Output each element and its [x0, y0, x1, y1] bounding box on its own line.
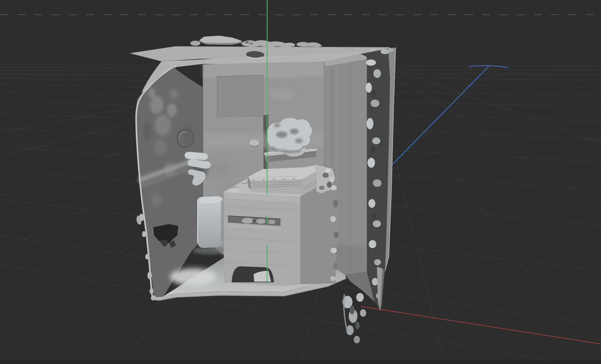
debris-dot	[339, 47, 344, 50]
wall-cabinet-left-rim	[198, 202, 198, 243]
debris-dot	[363, 48, 367, 51]
left-wall-dark-patch	[183, 122, 192, 147]
groove-lump	[268, 220, 275, 224]
groove-gap	[265, 220, 268, 223]
back-wall-mottle	[269, 89, 294, 99]
cabinet-ground-shadow	[193, 247, 225, 254]
left-wall-mottle	[155, 115, 171, 136]
rim-drip	[142, 231, 146, 237]
viewport-canvas	[0, 0, 601, 364]
red-axis-line	[361, 306, 601, 344]
mess-dark	[322, 173, 329, 178]
debris-pit	[245, 41, 249, 44]
groove-gap	[252, 219, 256, 223]
bottom-blob	[356, 293, 364, 302]
desk-edge-noise	[333, 263, 338, 269]
towel-shadow	[290, 129, 299, 134]
towel-shadow	[276, 131, 287, 138]
groove-lump	[242, 218, 254, 223]
mess-dark	[319, 186, 325, 190]
debris-plate-top	[199, 36, 242, 43]
left-wall-mottle	[148, 88, 155, 98]
crevice-blob	[371, 100, 379, 107]
debris-pit	[250, 43, 253, 44]
room-scan-mesh[interactable]	[130, 36, 396, 343]
crevice-blob	[373, 69, 381, 78]
grid-line	[377, 64, 601, 361]
debris-dot	[345, 48, 351, 51]
back-wall-window	[217, 75, 264, 118]
left-wall-mottle	[150, 95, 163, 114]
wall-cabinet-body	[197, 196, 223, 248]
axis-lines-behind-mesh	[361, 66, 601, 344]
crevice-blob	[368, 199, 375, 208]
desk-right-side	[300, 179, 337, 284]
desk-edge-noise	[330, 276, 336, 281]
rim-drip	[147, 272, 152, 279]
desk-edge-noise	[334, 232, 339, 238]
crevice-blob	[372, 278, 378, 285]
wall-cabinet-right-shade	[221, 200, 223, 244]
mess-light	[325, 169, 331, 172]
crevice-blob	[374, 259, 381, 265]
corner-blob	[388, 48, 394, 52]
left-wall-mottle	[152, 194, 162, 207]
desk-edge-noise	[333, 200, 338, 207]
crevice-blob	[367, 118, 373, 129]
desk-edge-noise	[330, 216, 336, 222]
bottom-blob	[354, 336, 360, 343]
crevice-blob	[369, 240, 376, 248]
towel-shadow	[274, 123, 280, 127]
debris-right-lumps	[296, 42, 322, 47]
mess-dark	[327, 182, 332, 188]
groove-lump	[256, 219, 266, 224]
rim-drip	[150, 288, 153, 294]
crevice-gap	[372, 213, 376, 219]
egg-blob	[249, 140, 259, 146]
crevice-blob	[373, 220, 381, 227]
towel-shadow	[295, 138, 303, 143]
crevice-blob	[366, 59, 376, 66]
left-wall-mottle	[170, 90, 178, 98]
crevice-blob	[366, 83, 372, 93]
3d-viewport[interactable]	[0, 0, 601, 364]
crevice-blob	[372, 137, 380, 144]
grid-line	[379, 64, 601, 361]
bottom-blob-shadow	[355, 322, 360, 329]
left-wall-mottle	[167, 103, 177, 117]
debris-bump	[190, 41, 200, 46]
floor-bright-patch	[170, 268, 217, 286]
mess-light	[330, 177, 334, 182]
left-wall-dark-patch	[144, 122, 150, 141]
bottom-blob-shadow	[350, 305, 355, 314]
viewport-bottom-edge	[0, 361, 601, 364]
grid-line	[374, 64, 592, 361]
bottom-blob	[360, 309, 366, 317]
crevice-blob	[367, 158, 375, 168]
rim-drip	[145, 254, 149, 259]
debris-ridge	[241, 40, 295, 47]
desk-edge-noise	[331, 248, 337, 253]
blue-axis-line	[390, 66, 489, 167]
debris-dot	[355, 48, 359, 51]
left-wall-mottle	[154, 139, 167, 155]
crevice-gap	[372, 90, 376, 98]
crevice-blob	[373, 179, 382, 187]
crevice-gap	[371, 147, 375, 154]
